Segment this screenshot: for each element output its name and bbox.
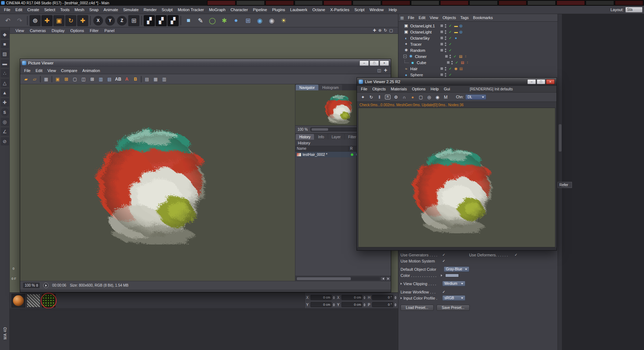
- enabled-check-icon[interactable]: ✓: [453, 54, 456, 58]
- reference-tab[interactable]: Refer: [558, 182, 572, 188]
- lv-menu-item[interactable]: Objects: [370, 87, 388, 91]
- material-thumb-1[interactable]: [12, 294, 25, 308]
- coordinate-input[interactable]: 0 °: [372, 302, 393, 307]
- viewport-menu-item[interactable]: Filter: [87, 28, 101, 33]
- visibility-dots[interactable]: [445, 36, 446, 40]
- region-half-icon[interactable]: ◫: [79, 75, 88, 83]
- enabled-check-icon[interactable]: ✓: [449, 67, 452, 71]
- viewport-menu-item[interactable]: View: [13, 28, 27, 33]
- om-menu-item[interactable]: Objects: [440, 15, 458, 20]
- expand-arrow-icon[interactable]: [401, 283, 402, 285]
- coordinate-input[interactable]: 0 cm: [341, 295, 363, 300]
- menu-item[interactable]: Animate: [101, 6, 121, 14]
- enabled-check-icon[interactable]: ✓: [455, 60, 458, 64]
- menu-item[interactable]: Motion Tracker: [175, 6, 206, 14]
- toggle-view-icon[interactable]: ▢: [389, 28, 393, 33]
- viewport-menu-item[interactable]: Cameras: [27, 28, 49, 33]
- object-name[interactable]: OctaneSky: [410, 36, 440, 40]
- scrollbar-thumb[interactable]: [559, 124, 562, 152]
- layer-chip[interactable]: [440, 73, 443, 76]
- layout-icon[interactable]: ▥: [160, 75, 169, 83]
- info-tab[interactable]: Layer: [328, 134, 344, 140]
- z-axis-lock-icon[interactable]: Z: [117, 16, 127, 26]
- taskbar-item[interactable]: [411, 0, 439, 5]
- minimize-button[interactable]: –: [359, 60, 369, 66]
- generator-icon[interactable]: ◯: [207, 15, 218, 26]
- taskbar-item[interactable]: [236, 0, 265, 5]
- open-icon[interactable]: ▰: [22, 75, 30, 83]
- stepper[interactable]: [394, 296, 397, 299]
- primitive-cube-icon[interactable]: ■: [183, 15, 194, 26]
- taskbar-item[interactable]: [440, 0, 469, 5]
- live-render-view[interactable]: [358, 108, 555, 247]
- pv-menu-item[interactable]: File: [22, 68, 33, 73]
- texture-mode-icon[interactable]: ▨: [1, 50, 9, 58]
- taskbar-item[interactable]: [265, 0, 294, 5]
- light-icon[interactable]: ☀: [278, 15, 289, 26]
- channel-dropdown[interactable]: DL: [465, 94, 486, 100]
- om-menu-item[interactable]: File: [406, 15, 416, 20]
- enable-axis-icon[interactable]: ✚: [1, 98, 9, 107]
- region-full-icon[interactable]: ▢: [71, 75, 79, 83]
- tag-icon[interactable]: ∶: [465, 60, 470, 64]
- compare-side-icon[interactable]: ▥: [97, 75, 105, 83]
- tag-icon[interactable]: ▬: [453, 24, 458, 28]
- grid-view-icon[interactable]: ▦: [151, 75, 160, 83]
- visibility-dots[interactable]: [445, 49, 446, 52]
- lv-menu-item[interactable]: Options: [410, 87, 428, 91]
- info-tab[interactable]: History: [296, 134, 314, 140]
- menu-item[interactable]: Snap: [87, 6, 101, 14]
- menu-item[interactable]: Laubwerk: [288, 6, 310, 14]
- enabled-check-icon[interactable]: ✓: [449, 36, 452, 40]
- object-row[interactable]: ✱ Random ✓: [398, 47, 558, 53]
- object-name[interactable]: Hair: [410, 67, 440, 71]
- close-button[interactable]: ×: [546, 79, 555, 84]
- tag-icon[interactable]: ∶: [463, 54, 468, 58]
- save-icon[interactable]: ▱: [30, 75, 39, 83]
- menu-item[interactable]: Character: [228, 6, 250, 14]
- model-mode-icon[interactable]: ■: [1, 40, 9, 48]
- object-row[interactable]: ≈ Hair ✓ ◉ ▤: [398, 66, 558, 72]
- visibility-dots[interactable]: [450, 55, 451, 58]
- object-name[interactable]: Sphere: [410, 73, 440, 77]
- menu-item[interactable]: Simulate: [121, 6, 141, 14]
- polygons-mode-icon[interactable]: ▲: [1, 89, 9, 97]
- pv-menu-item[interactable]: Edit: [33, 68, 45, 73]
- om-menu-item[interactable]: Edit: [416, 15, 428, 20]
- taskbar-item[interactable]: [615, 0, 643, 5]
- pv-menu-item[interactable]: Compare: [58, 68, 80, 73]
- lv-menu-item[interactable]: Materials: [388, 87, 410, 91]
- workplane-icon[interactable]: ▬: [1, 59, 9, 68]
- render-picture-viewer-icon[interactable]: ▞: [156, 15, 167, 26]
- navigator-tab[interactable]: Navigator: [296, 85, 318, 90]
- stepper[interactable]: [363, 303, 366, 306]
- visibility-dots[interactable]: [445, 73, 446, 77]
- x-axis-lock-icon[interactable]: X: [93, 16, 103, 26]
- version-b-icon[interactable]: B: [131, 75, 140, 83]
- status-zoom-field[interactable]: 100 %: [23, 283, 40, 288]
- tag-icon[interactable]: ◎: [459, 24, 463, 28]
- check-icon[interactable]: ✓: [442, 290, 445, 294]
- column-r[interactable]: R: [349, 146, 355, 151]
- enabled-check-icon[interactable]: ✓: [449, 24, 452, 28]
- om-menu-item[interactable]: Tags: [458, 15, 471, 20]
- deformer-icon[interactable]: ✱: [219, 15, 230, 26]
- pause-icon[interactable]: ‖: [376, 94, 383, 101]
- zoom-actual-icon[interactable]: ⊞: [62, 75, 71, 83]
- stepper[interactable]: [394, 303, 397, 306]
- tag-icon[interactable]: ▤: [459, 67, 463, 71]
- taskbar-item[interactable]: [527, 0, 556, 5]
- menu-item[interactable]: Tools: [58, 6, 72, 14]
- dock-icon[interactable]: ✚: [384, 68, 387, 73]
- lv-menu-item[interactable]: Gui: [441, 87, 452, 91]
- object-row[interactable]: ■ Cube ✓ ▤ ∶: [398, 59, 558, 66]
- tag-icon[interactable]: ◉: [453, 67, 458, 71]
- maximize-button[interactable]: □: [537, 79, 545, 84]
- menu-item[interactable]: Script: [352, 6, 367, 14]
- menu-item[interactable]: Octane: [310, 6, 327, 14]
- enabled-check-icon[interactable]: ✓: [449, 42, 452, 46]
- restart-icon[interactable]: ↻: [367, 94, 375, 101]
- spline-pen-icon[interactable]: ✎: [195, 15, 206, 26]
- layer-chip[interactable]: [440, 31, 443, 33]
- coordinate-input[interactable]: 0 °: [372, 295, 393, 300]
